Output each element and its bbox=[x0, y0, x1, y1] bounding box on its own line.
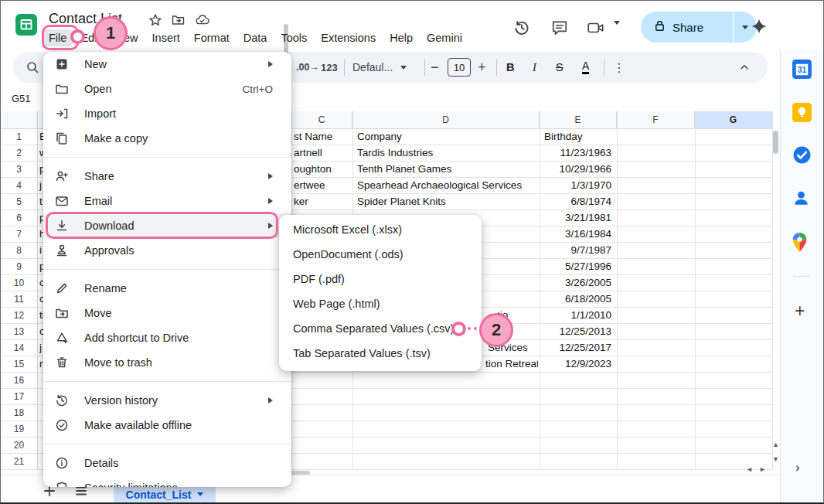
submenu-item-html[interactable]: Web Page (.html) bbox=[279, 291, 482, 316]
row-header-7[interactable]: 7 bbox=[1, 226, 38, 243]
col-header-G[interactable]: G bbox=[695, 111, 772, 129]
cell-E3[interactable]: 10/29/1966 bbox=[540, 163, 611, 175]
select-all-corner[interactable] bbox=[1, 111, 38, 129]
file-menu-item-share[interactable]: Share bbox=[43, 164, 291, 189]
file-menu-item-move[interactable]: Move bbox=[43, 301, 291, 325]
col-header-F[interactable]: F bbox=[617, 111, 695, 129]
menu-help[interactable]: Help bbox=[383, 29, 420, 46]
menu-data[interactable]: Data bbox=[237, 29, 274, 46]
submenu-arrow-icon bbox=[268, 173, 273, 179]
cell-E11[interactable]: 6/18/2005 bbox=[540, 293, 611, 305]
submenu-item-xlsx[interactable]: Microsoft Excel (.xlsx) bbox=[279, 217, 482, 242]
col-header-D[interactable]: D bbox=[352, 111, 540, 129]
file-menu-item-details[interactable]: Details bbox=[43, 451, 291, 475]
cell-E4[interactable]: 1/3/1970 bbox=[540, 179, 611, 191]
grid-vertical-scrollbar[interactable] bbox=[773, 131, 778, 154]
row-header-19[interactable]: 19 bbox=[1, 421, 38, 438]
row-header-10[interactable]: 10 bbox=[1, 275, 38, 291]
google-calendar-icon[interactable]: 31 bbox=[792, 59, 812, 83]
row-header-5[interactable]: 5 bbox=[1, 194, 38, 210]
row-header-11[interactable]: 11 bbox=[1, 291, 38, 308]
grid-column-line bbox=[695, 111, 696, 470]
menu-divider bbox=[43, 157, 291, 158]
menu-format[interactable]: Format bbox=[187, 29, 237, 46]
file-menu-item-new[interactable]: New bbox=[43, 52, 291, 77]
menu-tools[interactable]: Tools bbox=[274, 29, 314, 46]
cell-E10[interactable]: 3/26/2005 bbox=[540, 277, 611, 288]
cell-D5[interactable]: Spider Planet Knits bbox=[357, 196, 538, 207]
cell-E8[interactable]: 9/7/1987 bbox=[540, 244, 611, 256]
row-header-3[interactable]: 3 bbox=[1, 162, 38, 178]
cell-E7[interactable]: 3/16/1984 bbox=[540, 228, 611, 240]
cell-E6[interactable]: 3/21/1981 bbox=[540, 212, 611, 223]
file-menu-item-move-to-trash[interactable]: Move to trash bbox=[43, 350, 291, 375]
row-header-2[interactable]: 2 bbox=[1, 145, 38, 162]
cell-E12[interactable]: 1/1/2010 bbox=[540, 309, 611, 321]
cell-E15[interactable]: 12/9/2023 bbox=[540, 358, 611, 369]
menu-extensions[interactable]: Extensions bbox=[314, 29, 383, 46]
row-header-8[interactable]: 8 bbox=[1, 243, 38, 259]
file-menu-item-email[interactable]: Email bbox=[43, 189, 291, 213]
menu-gemini[interactable]: Gemini bbox=[420, 29, 469, 46]
row-header-17[interactable]: 17 bbox=[1, 389, 38, 405]
drive-add-icon bbox=[55, 331, 69, 345]
menu-item-label: Make available offline bbox=[84, 419, 192, 431]
submenu-item-pdf[interactable]: PDF (.pdf) bbox=[279, 267, 482, 291]
row-header-1[interactable]: 1 bbox=[1, 129, 38, 145]
cell-C4[interactable]: ertwee bbox=[294, 179, 349, 191]
scroll-down-button[interactable]: ▼ bbox=[772, 455, 779, 463]
file-menu-item-make-a-copy[interactable]: Make a copy bbox=[43, 126, 291, 151]
row-header-15[interactable]: 15 bbox=[1, 356, 38, 373]
row-header-20[interactable]: 20 bbox=[1, 438, 38, 454]
file-menu-item-approvals[interactable]: Approvals bbox=[43, 238, 291, 263]
menu-item-label: Open bbox=[84, 83, 111, 95]
row-header-16[interactable]: 16 bbox=[1, 373, 38, 389]
cell-E2[interactable]: 11/23/1963 bbox=[540, 147, 611, 158]
file-menu-item-version-history[interactable]: Version history bbox=[43, 388, 291, 413]
google-maps-icon[interactable] bbox=[792, 232, 808, 256]
cell-E1[interactable]: Birthday bbox=[544, 131, 614, 142]
cell-C5[interactable]: ker bbox=[294, 196, 349, 207]
get-addons-button[interactable]: + bbox=[795, 301, 805, 322]
col-header-E[interactable]: E bbox=[540, 111, 617, 129]
cell-D4[interactable]: Spearhead Archaeological Services bbox=[357, 179, 538, 191]
row-header-4[interactable]: 4 bbox=[1, 178, 38, 194]
cell-E13[interactable]: 12/25/2013 bbox=[540, 325, 611, 337]
sheet-tab-contact-list[interactable]: Contact_List bbox=[114, 485, 216, 503]
cell-E14[interactable]: 12/25/2017 bbox=[540, 342, 611, 353]
row-header-9[interactable]: 9 bbox=[1, 259, 38, 275]
sheet-tab-menu-caret[interactable] bbox=[197, 492, 203, 496]
scroll-up-button[interactable]: ▲ bbox=[772, 441, 779, 448]
row-header-6[interactable]: 6 bbox=[1, 210, 38, 226]
google-keep-icon[interactable] bbox=[792, 102, 812, 126]
file-menu-item-rename[interactable]: Rename bbox=[43, 276, 291, 301]
file-menu-item-add-shortcut-to-drive[interactable]: Add shortcut to Drive bbox=[43, 325, 291, 350]
google-tasks-icon[interactable] bbox=[792, 145, 812, 169]
scroll-left-button[interactable]: ◄ bbox=[746, 465, 753, 473]
file-menu-item-security-limitations[interactable]: Security limitations bbox=[43, 475, 291, 487]
file-menu-item-open[interactable]: OpenCtrl+O bbox=[43, 77, 291, 101]
row-header-14[interactable]: 14 bbox=[1, 340, 38, 356]
cell-C3[interactable]: oughton bbox=[294, 163, 349, 175]
cell-D2[interactable]: Tardis Industries bbox=[357, 147, 538, 158]
cell-D15[interactable]: tion Retreat bbox=[485, 358, 538, 369]
file-menu-item-make-available-offline[interactable]: Make available offline bbox=[43, 413, 291, 438]
cell-D3[interactable]: Tenth Planet Games bbox=[357, 163, 538, 175]
row-header-13[interactable]: 13 bbox=[1, 324, 38, 340]
row-header-12[interactable]: 12 bbox=[1, 308, 38, 324]
submenu-item-ods[interactable]: OpenDocument (.ods) bbox=[279, 242, 482, 267]
cell-C2[interactable]: artnell bbox=[294, 147, 349, 158]
file-menu-item-import[interactable]: Import bbox=[43, 101, 291, 126]
submenu-item-tsv[interactable]: Tab Separated Values (.tsv) bbox=[279, 341, 482, 366]
google-contacts-icon[interactable] bbox=[792, 189, 811, 211]
cell-E5[interactable]: 6/8/1974 bbox=[540, 196, 611, 207]
cell-E9[interactable]: 5/27/1996 bbox=[540, 261, 611, 272]
row-header-18[interactable]: 18 bbox=[1, 405, 38, 421]
cell-C1[interactable]: st Name bbox=[294, 131, 349, 142]
menu-insert[interactable]: Insert bbox=[145, 29, 187, 46]
col-header-C[interactable]: C bbox=[291, 111, 352, 129]
scroll-right-button[interactable]: ► bbox=[759, 465, 766, 473]
cell-D1[interactable]: Company bbox=[357, 131, 538, 142]
row-header-21[interactable]: 21 bbox=[1, 454, 38, 470]
expand-side-panel-chevron[interactable]: › bbox=[795, 460, 800, 475]
